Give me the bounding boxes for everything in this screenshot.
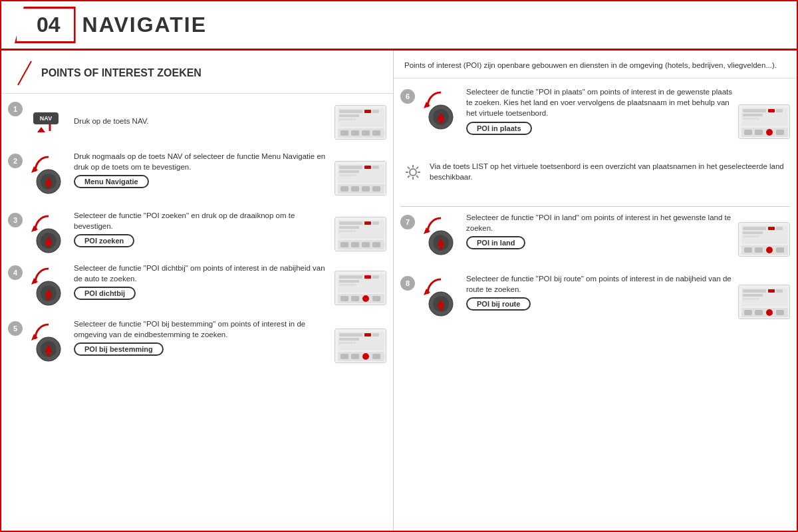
- svg-rect-29: [339, 174, 356, 176]
- page-header: 04 NAVIGATIE: [1, 1, 797, 51]
- step-number-1: 1: [8, 102, 23, 116]
- svg-rect-95: [776, 109, 783, 112]
- step-row-3: 3 Selecteer de functie "POI zoeken" en: [8, 207, 386, 257]
- svg-rect-26: [364, 166, 371, 169]
- svg-rect-44: [372, 221, 379, 225]
- svg-rect-136: [743, 289, 766, 293]
- svg-rect-59: [339, 275, 362, 279]
- step-row-4: 4 Selecteer de functie "POI dichtbij" o: [8, 260, 386, 313]
- content-area: POINTS OF INTEREST ZOEKEN 1 NA: [1, 51, 797, 531]
- svg-rect-138: [776, 289, 783, 293]
- device-svg-2: [335, 162, 386, 196]
- info-desc: Via de toets LIST op het virtuele toetse…: [430, 161, 786, 182]
- svg-rect-43: [364, 221, 371, 225]
- svg-rect-22: [47, 185, 50, 188]
- svg-rect-45: [339, 226, 359, 229]
- svg-rect-143: [755, 310, 763, 315]
- svg-rect-60: [364, 275, 371, 279]
- step-icon-8: [419, 273, 462, 320]
- svg-rect-78: [372, 333, 379, 336]
- svg-rect-116: [440, 246, 442, 249]
- step-row-7: 7 Selecteer de functie "POI in land" om: [400, 207, 790, 267]
- svg-rect-10: [372, 110, 379, 113]
- chapter-title: NAVIGATIE: [82, 13, 207, 37]
- svg-rect-93: [743, 109, 766, 112]
- svg-line-109: [416, 176, 418, 178]
- sun-icon: [403, 162, 423, 182]
- device-image-5: [334, 329, 386, 363]
- svg-rect-65: [340, 296, 348, 301]
- svg-rect-128: [776, 247, 784, 253]
- svg-line-111: [408, 176, 410, 178]
- svg-rect-62: [339, 280, 359, 283]
- right-intro: Points of interest (POI) zijn openbare g…: [394, 51, 797, 78]
- svg-rect-17: [372, 130, 380, 136]
- right-panel: Points of interest (POI) zijn openbare g…: [394, 51, 797, 531]
- svg-rect-66: [351, 296, 359, 301]
- svg-marker-52: [31, 278, 38, 285]
- svg-rect-28: [339, 170, 359, 173]
- device-image-6: [738, 104, 790, 139]
- step-icon-7: [419, 212, 462, 259]
- step-btn-4: POI dichtbij: [74, 287, 136, 300]
- svg-rect-49: [351, 242, 359, 247]
- svg-rect-139: [743, 294, 763, 297]
- svg-marker-35: [31, 225, 38, 232]
- svg-rect-79: [339, 338, 359, 340]
- svg-rect-97: [743, 118, 759, 120]
- knob-icon-7: [421, 213, 461, 258]
- step-text-4: Selecteer de functie "POI dichtbij" om p…: [74, 263, 334, 300]
- svg-rect-140: [743, 298, 759, 300]
- svg-rect-145: [776, 310, 784, 315]
- svg-rect-42: [339, 221, 362, 225]
- svg-point-127: [766, 247, 773, 253]
- svg-rect-16: [362, 130, 370, 136]
- svg-rect-48: [340, 242, 348, 247]
- device-svg-6: [739, 105, 790, 139]
- svg-rect-85: [372, 354, 380, 359]
- svg-rect-120: [768, 227, 775, 230]
- svg-rect-11: [339, 114, 359, 117]
- svg-marker-112: [424, 227, 430, 234]
- knob-icon-4: [29, 263, 68, 309]
- step-icon-1: NAV: [27, 99, 70, 146]
- step-btn-7: POI in land: [466, 236, 525, 249]
- chapter-badge: 04: [15, 7, 76, 43]
- svg-rect-96: [743, 114, 763, 116]
- svg-rect-83: [351, 354, 359, 359]
- left-panel: POINTS OF INTEREST ZOEKEN 1 NA: [1, 51, 394, 531]
- sun-svg: [404, 164, 422, 181]
- step-number-2: 2: [8, 154, 23, 168]
- step-text-1: Druk op de toets NAV.: [74, 116, 334, 129]
- svg-rect-125: [744, 247, 752, 253]
- step-number-7: 7: [400, 215, 415, 229]
- step-row-6: 6 Selecteer de functie "POI in plaats": [400, 84, 790, 157]
- step-row-8: 8 Selecteer de functie "POI bij route": [400, 271, 790, 331]
- right-steps-container: 6 Selecteer de functie "POI in plaats": [394, 78, 797, 531]
- svg-rect-39: [47, 244, 50, 247]
- step-row-1: 1 NAV: [8, 99, 386, 146]
- device-image-4: [334, 271, 386, 305]
- step-btn-6: POI in plaats: [466, 122, 532, 135]
- knob-icon-3: [29, 211, 68, 256]
- svg-marker-86: [424, 102, 430, 108]
- device-svg-5: [335, 329, 386, 363]
- svg-rect-133: [440, 307, 442, 311]
- svg-rect-61: [372, 275, 379, 279]
- svg-rect-90: [440, 120, 442, 124]
- step-desc-5: Selecteer de functie "POI bij bestemming…: [74, 319, 331, 340]
- info-row: Via de toets LIST op het virtuele toetse…: [400, 161, 790, 201]
- device-image-3: [334, 217, 386, 251]
- svg-rect-73: [47, 352, 50, 356]
- step-text-3: Selecteer de functie "POI zoeken" en dru…: [74, 210, 334, 247]
- section-header: POINTS OF INTEREST ZOEKEN: [1, 51, 393, 94]
- svg-marker-5: [37, 127, 45, 132]
- svg-rect-82: [340, 354, 348, 359]
- svg-rect-94: [768, 109, 775, 112]
- step-text-2: Druk nogmaals op de toets NAV of selecte…: [74, 151, 334, 188]
- step-btn-8: POI bij route: [466, 297, 531, 311]
- step-icon-6: [419, 86, 462, 133]
- step-desc-6: Selecteer de functie "POI in plaats" om …: [466, 86, 734, 118]
- step-icon-3: [27, 210, 70, 257]
- svg-rect-99: [744, 130, 752, 135]
